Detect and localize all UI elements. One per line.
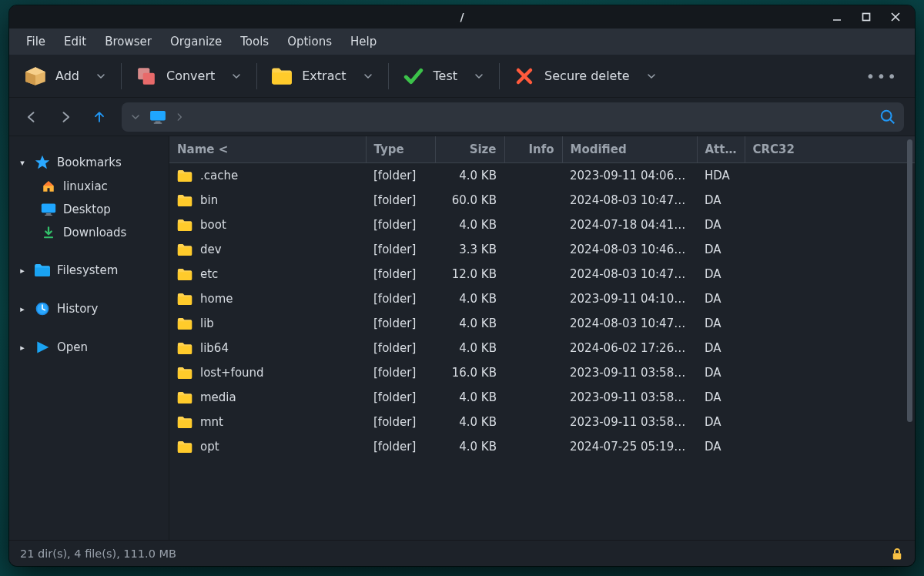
menu-tools[interactable]: Tools bbox=[231, 31, 278, 52]
minimize-button[interactable] bbox=[822, 6, 852, 28]
path-input[interactable] bbox=[122, 102, 904, 132]
file-size: 16.0 KB bbox=[435, 360, 504, 385]
menu-help[interactable]: Help bbox=[341, 31, 386, 52]
file-type: [folder] bbox=[366, 262, 435, 286]
sidebar-item-history[interactable]: ▸ History bbox=[14, 296, 162, 321]
collapse-icon[interactable]: ▾ bbox=[17, 158, 28, 168]
toolbar: Add Convert Extract Test Secure delete •… bbox=[9, 55, 915, 98]
convert-button[interactable]: Convert bbox=[129, 62, 221, 91]
folder-icon bbox=[177, 342, 192, 355]
table-row[interactable]: lost+found[folder]16.0 KB2023-09-11 03:5… bbox=[169, 360, 915, 385]
separator bbox=[121, 63, 122, 89]
menu-edit[interactable]: Edit bbox=[55, 31, 95, 52]
up-button[interactable] bbox=[88, 105, 111, 129]
scrollbar[interactable] bbox=[907, 139, 912, 422]
expand-icon[interactable]: ▸ bbox=[17, 343, 28, 353]
file-modified: 2024-07-18 04:41:42 bbox=[562, 213, 697, 237]
file-info bbox=[504, 311, 562, 336]
file-info bbox=[504, 163, 562, 189]
file-modified: 2023-09-11 04:10:03 bbox=[562, 286, 697, 311]
file-attr: DA bbox=[697, 262, 745, 286]
overflow-button[interactable]: ••• bbox=[859, 62, 906, 90]
sidebar-item-open[interactable]: ▸ Open bbox=[14, 335, 162, 360]
search-button[interactable] bbox=[879, 109, 896, 126]
menu-browser[interactable]: Browser bbox=[95, 31, 161, 52]
sidebar-bookmark-item[interactable]: Desktop bbox=[37, 198, 162, 221]
table-row[interactable]: opt[folder]4.0 KB2024-07-25 05:19:21DA bbox=[169, 434, 915, 459]
col-header-attributes[interactable]: Attributes bbox=[697, 136, 745, 163]
expand-icon[interactable]: ▸ bbox=[17, 266, 28, 276]
col-header-name[interactable]: Name < bbox=[169, 136, 366, 163]
titlebar[interactable]: / bbox=[9, 5, 915, 28]
convert-icon bbox=[136, 66, 157, 86]
file-info bbox=[504, 360, 562, 385]
table-row[interactable]: home[folder]4.0 KB2023-09-11 04:10:03DA bbox=[169, 286, 915, 311]
test-dropdown[interactable] bbox=[470, 70, 488, 82]
test-label: Test bbox=[434, 69, 458, 83]
col-header-type[interactable]: Type bbox=[366, 136, 435, 163]
folder-blue-icon bbox=[34, 263, 51, 278]
menu-file[interactable]: File bbox=[17, 31, 55, 52]
file-attr: HDA bbox=[697, 163, 745, 189]
col-header-modified[interactable]: Modified bbox=[562, 136, 697, 163]
history-label: History bbox=[57, 302, 98, 316]
table-row[interactable]: dev[folder]3.3 KB2024-08-03 10:46:49DA bbox=[169, 237, 915, 262]
table-row[interactable]: lib[folder]4.0 KB2024-08-03 10:47:36DA bbox=[169, 311, 915, 336]
sidebar-item-filesystem[interactable]: ▸ Filesystem bbox=[14, 258, 162, 283]
secure-delete-label: Secure delete bbox=[544, 69, 630, 83]
svg-rect-9 bbox=[863, 14, 870, 21]
separator bbox=[256, 63, 257, 89]
forward-button[interactable] bbox=[54, 105, 77, 129]
file-name: bin bbox=[200, 193, 218, 207]
test-button[interactable]: Test bbox=[397, 62, 464, 91]
file-crc bbox=[745, 262, 915, 286]
sidebar-item-bookmarks[interactable]: ▾ Bookmarks bbox=[14, 150, 162, 175]
expand-icon[interactable]: ▸ bbox=[17, 304, 28, 314]
file-name: home bbox=[200, 292, 233, 306]
file-name: opt bbox=[200, 440, 219, 454]
table-row[interactable]: .cache[folder]4.0 KB2023-09-11 04:06:28H… bbox=[169, 163, 915, 189]
desktop-icon bbox=[40, 202, 57, 217]
table-row[interactable]: bin[folder]60.0 KB2024-08-03 10:47:37DA bbox=[169, 188, 915, 213]
file-size: 4.0 KB bbox=[435, 311, 504, 336]
folder-icon bbox=[177, 391, 192, 404]
maximize-button[interactable] bbox=[852, 6, 881, 28]
table-row[interactable]: lib64[folder]4.0 KB2024-06-02 17:26:41DA bbox=[169, 336, 915, 360]
menu-options[interactable]: Options bbox=[278, 31, 341, 52]
extract-dropdown[interactable] bbox=[359, 70, 377, 82]
chevron-down-icon[interactable] bbox=[129, 111, 142, 123]
add-dropdown[interactable] bbox=[92, 70, 110, 82]
extract-button[interactable]: Extract bbox=[265, 62, 352, 91]
secure-delete-button[interactable]: Secure delete bbox=[507, 62, 636, 91]
secure-delete-dropdown[interactable] bbox=[642, 70, 661, 82]
file-info bbox=[504, 286, 562, 311]
file-name: media bbox=[200, 390, 236, 404]
sidebar-bookmark-item[interactable]: linuxiac bbox=[37, 175, 162, 198]
menu-organize[interactable]: Organize bbox=[161, 31, 231, 52]
open-label: Open bbox=[57, 340, 88, 354]
back-button[interactable] bbox=[20, 105, 43, 129]
table-row[interactable]: etc[folder]12.0 KB2024-08-03 10:47:37DA bbox=[169, 262, 915, 286]
table-row[interactable]: boot[folder]4.0 KB2024-07-18 04:41:42DA bbox=[169, 213, 915, 237]
sidebar-bookmark-item[interactable]: Downloads bbox=[37, 221, 162, 244]
table-row[interactable]: mnt[folder]4.0 KB2023-09-11 03:58:22DA bbox=[169, 410, 915, 434]
close-button[interactable] bbox=[881, 6, 910, 28]
file-attr: DA bbox=[697, 385, 745, 410]
file-type: [folder] bbox=[366, 163, 435, 189]
lock-icon[interactable] bbox=[890, 547, 904, 561]
file-info bbox=[504, 434, 562, 459]
bookmark-label: Downloads bbox=[63, 226, 126, 239]
add-button[interactable]: Add bbox=[18, 62, 85, 91]
file-attr: DA bbox=[697, 237, 745, 262]
table-row[interactable]: media[folder]4.0 KB2023-09-11 03:58:18DA bbox=[169, 385, 915, 410]
col-header-size[interactable]: Size bbox=[435, 136, 504, 163]
file-name: boot bbox=[200, 218, 226, 232]
computer-icon[interactable] bbox=[149, 110, 166, 124]
col-header-info[interactable]: Info bbox=[504, 136, 562, 163]
file-attr: DA bbox=[697, 410, 745, 434]
col-header-crc32[interactable]: CRC32 bbox=[745, 136, 915, 163]
file-attr: DA bbox=[697, 213, 745, 237]
file-info bbox=[504, 336, 562, 360]
convert-dropdown[interactable] bbox=[227, 70, 246, 82]
file-info bbox=[504, 410, 562, 434]
